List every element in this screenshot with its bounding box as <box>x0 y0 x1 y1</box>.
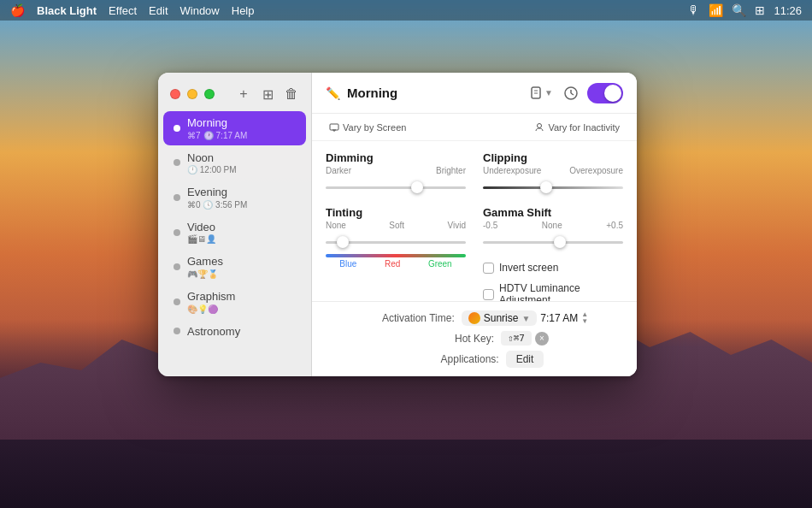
sunrise-icon <box>468 312 480 324</box>
enable-toggle[interactable] <box>587 83 623 103</box>
preset-dot-morning <box>174 125 180 132</box>
delete-preset-button[interactable]: 🗑 <box>282 85 301 103</box>
header-actions: ▼ <box>527 83 623 103</box>
preset-info-video: Video 🎬🖥👤 <box>187 221 296 245</box>
gamma-track <box>483 241 623 244</box>
sidebar-toolbar: + ⊞ 🗑 <box>158 81 311 110</box>
activation-time-display: 7:17 AM <box>540 312 578 324</box>
app-window: + ⊞ 🗑 Morning ⌘7🕐7:17 AM Noon 🕛 12 <box>158 73 637 376</box>
preset-meta-evening: ⌘0 🕓 3:56 PM <box>187 200 296 210</box>
dimming-slider[interactable] <box>326 179 466 196</box>
menu-effect[interactable]: Effect <box>109 4 137 17</box>
menu-help[interactable]: Help <box>232 4 255 17</box>
preset-meta-noon: 🕛 12:00 PM <box>187 165 296 174</box>
wifi-icon: 📶 <box>709 3 723 17</box>
preset-item-morning[interactable]: Morning ⌘7🕐7:17 AM <box>163 111 306 145</box>
menu-window[interactable]: Window <box>180 4 220 17</box>
preset-item-astronomy[interactable]: Astronomy <box>163 320 306 344</box>
document-button[interactable]: ▼ <box>527 84 555 103</box>
mic-icon: 🎙 <box>688 3 700 17</box>
clipping-thumb[interactable] <box>540 181 552 193</box>
time-stepper-arrows[interactable]: ▲ ▼ <box>581 311 588 325</box>
duplicate-preset-button[interactable]: ⊞ <box>258 85 277 103</box>
clipping-slider[interactable] <box>483 179 623 196</box>
svg-point-9 <box>538 123 542 127</box>
preset-info-morning: Morning ⌘7🕐7:17 AM <box>187 116 296 140</box>
tinting-thumb[interactable] <box>337 236 349 248</box>
preset-name-video: Video <box>187 221 296 234</box>
tinting-label: Tinting <box>326 206 466 219</box>
gamma-checkboxes-group: Gamma Shift -0.5 None +0.5 Invert screen <box>483 206 623 301</box>
invert-screen-row[interactable]: Invert screen <box>483 259 623 276</box>
tinting-track <box>326 241 466 244</box>
applications-edit-button[interactable]: Edit <box>506 351 544 368</box>
hotkey-clear-button[interactable]: × <box>535 332 549 346</box>
menubar-left: 🍎 Black Light Effect Edit Window Help <box>10 3 255 17</box>
preset-dot-games <box>174 263 180 270</box>
vary-by-screen-button[interactable]: Vary by Screen <box>326 121 409 134</box>
apple-menu[interactable]: 🍎 <box>10 3 25 17</box>
red-label: Red <box>385 259 400 269</box>
applications-value: Edit <box>506 351 544 368</box>
vary-for-inactivity-button[interactable]: Vary for Inactivity <box>531 121 623 134</box>
invert-screen-label: Invert screen <box>499 262 558 274</box>
tinting-slider[interactable] <box>326 233 466 251</box>
clipping-track <box>483 186 623 189</box>
hotkey-value: ⇧⌘7 × <box>501 331 549 346</box>
pencil-icon: ✏️ <box>326 86 340 100</box>
dimming-thumb[interactable] <box>411 181 423 193</box>
preset-name-morning: Morning <box>187 116 296 130</box>
controls-area: Dimming Darker Brighter Clipping Underex… <box>312 141 637 301</box>
preset-name-graphism: Graphism <box>187 290 296 304</box>
dimming-track <box>326 186 466 189</box>
applications-label: Applications: <box>405 353 499 365</box>
zoom-button[interactable] <box>204 89 215 99</box>
invert-screen-checkbox[interactable] <box>483 263 494 274</box>
preset-info-games: Games 🎮🏆🏅 <box>187 255 296 279</box>
activation-time-stepper[interactable]: 7:17 AM ▲ ▼ <box>540 311 588 325</box>
tinting-color-bar <box>326 254 466 257</box>
gamma-slider[interactable] <box>483 233 623 251</box>
menubar-app-name[interactable]: Black Light <box>37 4 97 17</box>
tinting-control: Tinting None Soft Vivid Blue Red Green <box>326 206 466 301</box>
schedule-button[interactable] <box>562 84 580 103</box>
preset-item-graphism[interactable]: Graphism 🎨💡🟣 <box>163 285 306 319</box>
clipping-sublabels: Underexposure Overexposure <box>483 166 623 175</box>
preset-list: Morning ⌘7🕐7:17 AM Noon 🕛 12:00 PM Eveni… <box>158 111 311 343</box>
preset-name-astronomy: Astronomy <box>187 325 296 339</box>
preset-info-astronomy: Astronomy <box>187 325 296 339</box>
hotkey-badge: ⇧⌘7 <box>501 331 532 346</box>
activation-type-selector[interactable]: Sunrise ▼ <box>462 310 538 326</box>
preset-meta-games: 🎮🏆🏅 <box>187 269 296 279</box>
controlcenter-icon[interactable]: ⊞ <box>755 3 765 17</box>
applications-row: Applications: Edit <box>329 351 620 368</box>
hdtv-row[interactable]: HDTV Luminance Adjustment <box>483 280 623 301</box>
search-icon[interactable]: 🔍 <box>732 3 746 17</box>
preset-item-evening[interactable]: Evening ⌘0 🕓 3:56 PM <box>163 180 306 215</box>
preset-name-games: Games <box>187 255 296 269</box>
svg-line-5 <box>571 93 574 95</box>
preset-dot-noon <box>174 159 180 166</box>
hotkey-label: Hot Key: <box>400 333 494 345</box>
gamma-thumb[interactable] <box>554 236 566 248</box>
minimize-button[interactable] <box>187 89 197 99</box>
preset-item-video[interactable]: Video 🎬🖥👤 <box>163 216 306 250</box>
green-label: Green <box>428 259 452 269</box>
preset-meta-graphism: 🎨💡🟣 <box>187 304 296 314</box>
menu-edit[interactable]: Edit <box>149 4 168 17</box>
chevron-down-icon: ▼ <box>521 314 530 323</box>
close-button[interactable] <box>170 89 180 99</box>
checkboxes-group: Invert screen HDTV Luminance Adjustment <box>483 259 623 301</box>
preset-info-graphism: Graphism 🎨💡🟣 <box>187 290 296 314</box>
preset-meta-video: 🎬🖥👤 <box>187 234 296 244</box>
time-down-arrow[interactable]: ▼ <box>581 318 588 325</box>
hdtv-checkbox[interactable] <box>483 289 494 300</box>
sidebar-actions: + ⊞ 🗑 <box>234 85 301 103</box>
menubar-right: 🎙 📶 🔍 ⊞ 11:26 <box>688 3 802 17</box>
preset-item-noon[interactable]: Noon 🕛 12:00 PM <box>163 146 306 180</box>
main-content: ✏️ Morning ▼ <box>312 73 637 376</box>
clipping-label: Clipping <box>483 151 623 164</box>
preset-item-games[interactable]: Games 🎮🏆🏅 <box>163 250 306 284</box>
preset-name-evening: Evening <box>187 186 296 199</box>
add-preset-button[interactable]: + <box>234 85 253 103</box>
